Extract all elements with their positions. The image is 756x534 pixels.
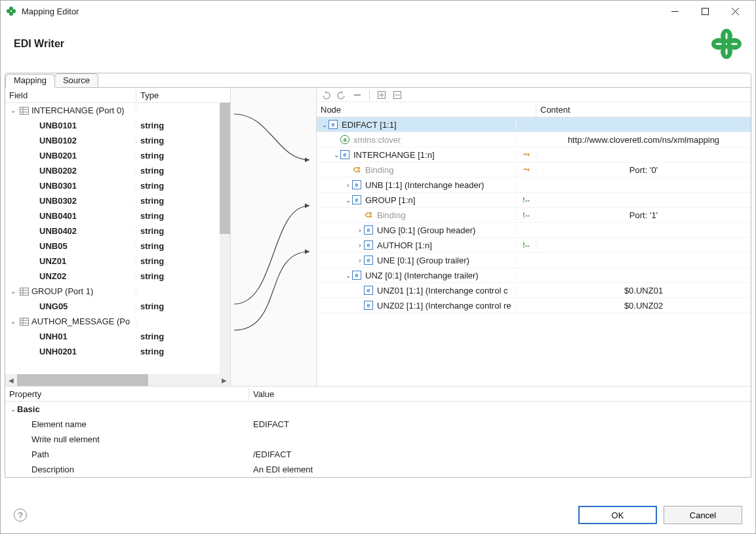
node-row[interactable]: Binding!--Port: '1' bbox=[317, 208, 751, 223]
node-row[interactable]: ›eAUTHOR [1:n]!-- bbox=[317, 238, 751, 253]
field-row[interactable]: UNG05string bbox=[5, 299, 220, 314]
window-title: Mapping Editor bbox=[22, 7, 660, 16]
collapse-all-icon[interactable] bbox=[392, 90, 403, 100]
chevron-down-icon[interactable]: ⌄ bbox=[344, 197, 352, 204]
node-row[interactable]: ›eUNE [0:1] (Group trailer) bbox=[317, 253, 751, 268]
field-name: UNZ02 bbox=[39, 271, 66, 281]
element-icon: e bbox=[340, 150, 349, 159]
property-row[interactable]: Path/EDIFACT bbox=[5, 447, 751, 462]
field-row[interactable]: UNB0102string bbox=[5, 133, 220, 148]
field-col-field[interactable]: Field bbox=[5, 89, 136, 102]
node-row[interactable]: axmlns:cloverhttp://www.cloveretl.com/ns… bbox=[317, 132, 751, 147]
field-type: string bbox=[136, 241, 220, 251]
chevron-down-icon[interactable]: ⌄ bbox=[9, 107, 17, 114]
maximize-button[interactable] bbox=[690, 1, 720, 22]
chevron-down-icon[interactable]: ⌄ bbox=[9, 288, 17, 295]
field-col-type[interactable]: Type bbox=[136, 89, 230, 102]
field-row[interactable]: UNH0201string bbox=[5, 344, 220, 359]
undo-icon[interactable] bbox=[321, 90, 331, 100]
property-value[interactable]: EDIFACT bbox=[249, 419, 751, 429]
field-name: UNB0402 bbox=[39, 226, 77, 236]
chevron-down-icon[interactable]: ⌄ bbox=[9, 318, 17, 325]
node-label: Binding bbox=[377, 210, 405, 220]
scroll-right-icon[interactable]: ▶ bbox=[218, 377, 230, 384]
property-name: Description bbox=[31, 465, 74, 474]
chevron-down-icon[interactable]: ⌄ bbox=[321, 121, 328, 128]
node-label: UNB [1:1] (Interchange header) bbox=[365, 180, 484, 190]
node-row[interactable]: ›eUNG [0:1] (Group header) bbox=[317, 223, 751, 238]
node-col-content[interactable]: Content bbox=[536, 104, 751, 116]
node-row[interactable]: ⌄eINTERCHANGE [1:n]⤳ bbox=[317, 147, 751, 162]
help-icon[interactable]: ? bbox=[14, 508, 27, 522]
tab-source[interactable]: Source bbox=[54, 73, 98, 87]
field-row[interactable]: UNH01string bbox=[5, 329, 220, 344]
property-row[interactable]: Element nameEDIFACT bbox=[5, 417, 751, 432]
property-value[interactable]: An EDI element bbox=[249, 465, 751, 474]
element-icon: e bbox=[364, 286, 373, 295]
table-icon bbox=[20, 318, 29, 326]
field-header: Field Type bbox=[5, 88, 230, 103]
property-row[interactable]: Write null element bbox=[5, 432, 751, 447]
scroll-left-icon[interactable]: ◀ bbox=[5, 377, 17, 384]
prop-col-property[interactable]: Property bbox=[5, 388, 249, 400]
field-group-label: INTERCHANGE (Port 0) bbox=[31, 105, 125, 115]
node-content[interactable]: Port: '1' bbox=[536, 210, 751, 220]
node-row[interactable]: ⌄eEDIFACT [1:1] bbox=[317, 117, 751, 132]
node-label: INTERCHANGE [1:n] bbox=[353, 150, 435, 160]
chevron-down-icon[interactable]: ⌄ bbox=[9, 406, 17, 413]
chevron-down-icon[interactable]: ⌄ bbox=[344, 272, 352, 279]
chevron-down-icon[interactable]: ⌄ bbox=[332, 151, 340, 159]
chevron-right-icon[interactable]: › bbox=[356, 257, 364, 264]
close-button[interactable] bbox=[720, 1, 750, 22]
field-row[interactable]: UNB0101string bbox=[5, 118, 220, 133]
field-type: string bbox=[136, 151, 220, 161]
field-row[interactable]: UNB0402string bbox=[5, 223, 220, 238]
remove-icon[interactable] bbox=[352, 90, 363, 100]
field-row[interactable]: UNB0401string bbox=[5, 208, 220, 223]
field-name: UNG05 bbox=[39, 301, 68, 311]
horizontal-scrollbar[interactable]: ◀ ▶ bbox=[5, 374, 230, 386]
node-row[interactable]: ›eUNB [1:1] (Interchange header) bbox=[317, 178, 751, 193]
field-row[interactable]: UNZ02string bbox=[5, 269, 220, 284]
node-content[interactable]: $0.UNZ01 bbox=[536, 286, 751, 296]
redo-icon[interactable] bbox=[336, 90, 347, 100]
binding-icon bbox=[352, 165, 361, 174]
chevron-right-icon[interactable]: › bbox=[356, 242, 364, 249]
node-col-node[interactable]: Node bbox=[317, 104, 536, 116]
node-row[interactable]: eUNZ01 [1:1] (Interchange control c$0.UN… bbox=[317, 283, 751, 298]
field-row[interactable]: UNB05string bbox=[5, 238, 220, 254]
field-type: string bbox=[136, 136, 220, 145]
svg-point-3 bbox=[9, 12, 13, 16]
element-icon: e bbox=[364, 240, 373, 250]
field-group-row[interactable]: ⌄INTERCHANGE (Port 0) bbox=[5, 103, 220, 118]
field-row[interactable]: UNB0202string bbox=[5, 163, 220, 178]
node-content[interactable]: $0.UNZ02 bbox=[536, 301, 751, 311]
field-group-row[interactable]: ⌄GROUP (Port 1) bbox=[5, 284, 220, 299]
node-row[interactable]: eUNZ02 [1:1] (Interchange control re$0.U… bbox=[317, 298, 751, 313]
expand-all-icon[interactable] bbox=[376, 90, 387, 100]
tabs: Mapping Source bbox=[5, 73, 751, 88]
node-row[interactable]: ⌄eUNZ [0:1] (Interchange trailer) bbox=[317, 268, 751, 283]
property-group-row[interactable]: ⌄ Basic bbox=[5, 402, 751, 417]
ok-button[interactable]: OK bbox=[578, 506, 657, 524]
element-icon: e bbox=[364, 256, 373, 265]
property-value[interactable]: /EDIFACT bbox=[249, 449, 751, 459]
property-row[interactable]: DescriptionAn EDI element bbox=[5, 462, 751, 477]
minimize-button[interactable] bbox=[660, 1, 690, 22]
svg-rect-5 bbox=[702, 8, 708, 14]
field-group-row[interactable]: ⌄AUTHOR_MESSAGE (Po bbox=[5, 314, 220, 329]
node-row[interactable]: Binding⤳Port: '0' bbox=[317, 162, 751, 178]
cancel-button[interactable]: Cancel bbox=[664, 506, 742, 524]
chevron-right-icon[interactable]: › bbox=[356, 227, 364, 234]
chevron-right-icon[interactable]: › bbox=[344, 181, 352, 189]
field-row[interactable]: UNB0302string bbox=[5, 193, 220, 208]
node-content[interactable]: Port: '0' bbox=[536, 165, 751, 175]
node-content[interactable]: http://www.cloveretl.com/ns/xmlmapping bbox=[536, 135, 751, 145]
node-row[interactable]: ⌄eGROUP [1:n]!-- bbox=[317, 193, 751, 208]
field-row[interactable]: UNB0201string bbox=[5, 148, 220, 163]
vertical-scrollbar[interactable] bbox=[220, 103, 230, 374]
field-row[interactable]: UNZ01string bbox=[5, 254, 220, 269]
prop-col-value[interactable]: Value bbox=[249, 388, 751, 400]
tab-mapping[interactable]: Mapping bbox=[5, 74, 55, 88]
field-row[interactable]: UNB0301string bbox=[5, 178, 220, 193]
